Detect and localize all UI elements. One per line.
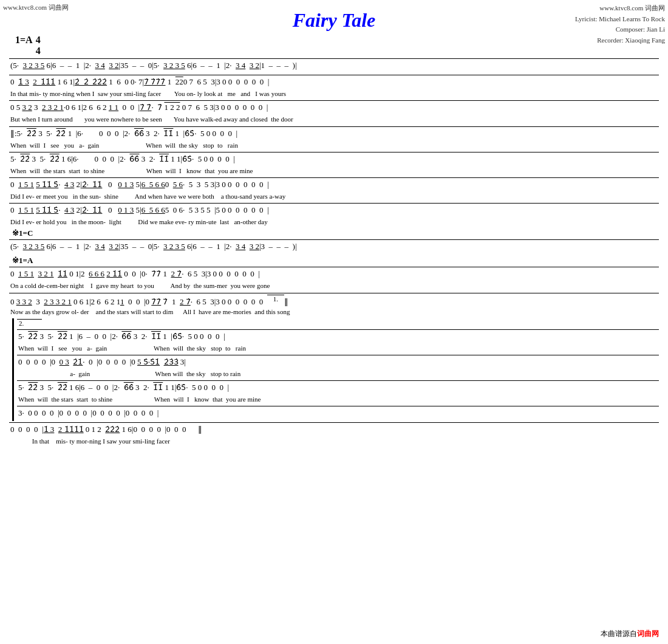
- notes-row-10: 0 3 3 2 3 2 3 3 2 1 0 6 1|2 6 6 2 11 0 0…: [9, 295, 659, 308]
- notes-row-11: 5· 2̂2̂ 3 5· 2̂2̂ 1 |6 – 0 0 |2· 6̂6̂ 3 …: [17, 331, 659, 344]
- ending-2-label: 2.: [17, 319, 42, 327]
- time-signature: 4 4: [36, 35, 41, 56]
- lyrics-row-9: On a cold de-cem-ber night I gave my hea…: [9, 282, 659, 291]
- notes-row-12: 0 0 0 0 |0 0 3 2̇1̇· 0 |0 0 0 0 |0 5 5̇·…: [17, 357, 659, 370]
- notes-row-8: (5· 3 2 3 5 6|6 – – 1 |2· 3 4 3 2|35 – –…: [9, 241, 659, 255]
- watermark-right: www.ktvc8.com 词曲网 Lyricist: Michael Lear…: [575, 3, 665, 46]
- notes-row-15: 0 0 0 0 |1̇ 3 2 1̇1̇1̇1̇ 0 1 2 2̇2̇2̇ 1 …: [9, 424, 659, 437]
- music-line-3: 0 5 3 2 3 2 3 2 1·0 6 1|2 6 6 2 1 1 0 0 …: [9, 100, 659, 125]
- lyrics-row-2: In that mis- ty mor-ning when I saw your…: [9, 90, 659, 99]
- key-label: 1=A: [15, 35, 33, 46]
- lyrics-row-4: When will I see you a- gain When will th…: [9, 142, 659, 151]
- song-title: Fairy Tale: [9, 9, 659, 32]
- music-line-15: 0 0 0 0 |1̇ 3 2 1̇1̇1̇1̇ 0 1 2 2̇2̇2̇ 1 …: [9, 422, 659, 447]
- watermark-left: www.ktvc8.com 词曲网: [3, 3, 69, 12]
- music-line-1: (5· 3 2 3 5 6|6 – – 1 |2· 3 4 3 2|35 – –…: [9, 58, 659, 74]
- notes-row-9: 0 1 5 1 3 2 1 1̇1̇ 0 1|2 6 6 6 2 1̇1̇ 0 …: [9, 269, 659, 282]
- lyrics-row-15: In that mis- ty mor-ning I saw your smi-…: [9, 437, 659, 447]
- bottom-note: 本曲谱源自词曲网: [601, 629, 659, 639]
- notes-row-5: 5· 2̂2̂ 3 5· 2̂2̂ 1 6|6· 0 0 0 |2· 6̂6̂ …: [9, 154, 659, 167]
- notes-row-4: ‖:5· 2̂2̂ 3 5· 2̂2̂ 1 |6· 0 0 0 |2· 6̂6̂…: [9, 128, 659, 142]
- music-line-4: ‖:5· 2̂2̂ 3 5· 2̂2̂ 1 |6· 0 0 0 |2· 6̂6̂…: [9, 126, 659, 151]
- notes-row-14: 3· 0 0 0 0 |0 0 0 0 |0 0 0 0 |0 0 0 0 |: [17, 408, 659, 421]
- music-line-6: 0 1 5 1 5 1̇1̇ 5̇· 4 3 2|2̇· 1̇1̇ 0 0 1 …: [9, 177, 659, 202]
- music-line-2: 0 1̇ 3 2 1̇1̇1̇ 1 6 1|2̇ 2̇ 2̇2̇2̇ 1 6 0…: [9, 75, 659, 99]
- music-line-7: 0 1 5 1 5 1̇1̇ 5̇· 4 3 2|2̇· 1̇1̇ 0 0 1 …: [9, 203, 659, 227]
- music-line-14: 3· 0 0 0 0 |0 0 0 0 |0 0 0 0 |0 0 0 0 |: [17, 406, 659, 421]
- key-change-c: ※1=C: [12, 228, 659, 238]
- ending-2-bracket: 2. 5· 2̂2̂ 3 5· 2̂2̂ 1 |6 – 0 0 |2· 6̂6̂…: [12, 318, 659, 422]
- music-line-11: 5· 2̂2̂ 3 5· 2̂2̂ 1 |6 – 0 0 |2· 6̂6̂ 3 …: [17, 329, 659, 354]
- music-line-5: 5· 2̂2̂ 3 5· 2̂2̂ 1 6|6· 0 0 0 |2· 6̂6̂ …: [9, 152, 659, 176]
- lyrics-row-3: But when I turn around you were nowhere …: [9, 115, 659, 125]
- music-line-8: (5· 3 2 3 5 6|6 – – 1 |2· 3 4 3 2|35 – –…: [9, 239, 659, 255]
- music-line-13: 5· 2̂2̂ 3 5· 2̂2̂ 1 6|6 – 0 0 |2· 6̂6̂ 3…: [17, 380, 659, 405]
- music-line-10: 0 3 3 2 3 2 3 3 2 1 0 6 1|2 6 6 2 11 0 0…: [9, 293, 659, 317]
- notes-row-1: (5· 3 2 3 5 6|6 – – 1 |2· 3 4 3 2|35 – –…: [9, 60, 659, 74]
- lyrics-row-10: Now as the days grow ol- der and the sta…: [9, 308, 659, 317]
- notes-row-13: 5· 2̂2̂ 3 5· 2̂2̂ 1 6|6 – 0 0 |2· 6̂6̂ 3…: [17, 382, 659, 396]
- notes-row-2: 0 1̇ 3 2 1̇1̇1̇ 1 6 1|2̇ 2̇ 2̇2̇2̇ 1 6 0…: [9, 77, 659, 90]
- lyrics-row-5: When will the stars start to shine When …: [9, 167, 659, 176]
- music-line-12: 0 0 0 0 |0 0 3 2̇1̇· 0 |0 0 0 0 |0 5 5̇·…: [17, 355, 659, 379]
- notes-row-7: 0 1 5 1 5 1̇1̇ 5̇· 4 3 2|2̇· 1̇1̇ 0 0 1 …: [9, 205, 659, 218]
- key-change-a: ※1=A: [12, 256, 659, 265]
- key-time-sig: 1=A 4 4: [15, 35, 659, 56]
- lyrics-row-13: When will the stars start to shine When …: [17, 396, 659, 405]
- lyrics-row-6: Did I ev- er meet you in the sun- shine …: [9, 193, 659, 202]
- lyrics-row-7: Did I ev- er hold you in the moon- light…: [9, 218, 659, 227]
- notes-row-3: 0 5 3 2 3 2 3 2 1·0 6 1|2 6 6 2 1 1 0 0 …: [9, 102, 659, 115]
- lyrics-row-12: a- gain When will the sky stop to rain: [17, 370, 659, 379]
- page: www.ktvc8.com 词曲网 www.ktvc8.com 词曲网 Lyri…: [0, 0, 668, 644]
- lyrics-row-11: When will I see you a- gain When will th…: [17, 344, 659, 354]
- music-line-9: 0 1 5 1 3 2 1 1̇1̇ 0 1|2 6 6 6 2 1̇1̇ 0 …: [9, 267, 659, 291]
- notes-row-6: 0 1 5 1 5 1̇1̇ 5̇· 4 3 2|2̇· 1̇1̇ 0 0 1 …: [9, 179, 659, 193]
- music-content: (5· 3 2 3 5 6|6 – – 1 |2· 3 4 3 2|35 – –…: [9, 58, 659, 447]
